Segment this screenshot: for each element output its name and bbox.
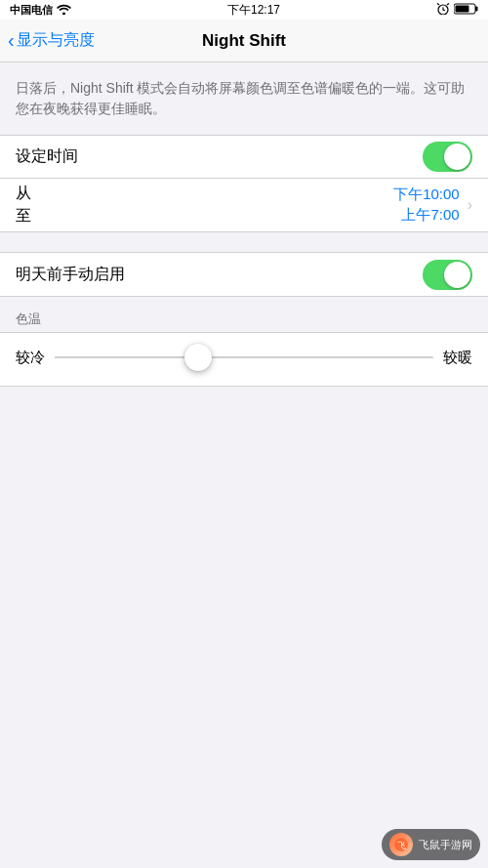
svg-rect-7 (475, 7, 478, 12)
scheduled-toggle[interactable] (423, 142, 472, 172)
wifi-icon (57, 4, 71, 17)
description-section: 日落后，Night Shift 模式会自动将屏幕颜色调至色谱偏暖色的一端。这可助… (0, 62, 488, 135)
back-chevron-icon: ‹ (8, 30, 15, 50)
slider-track (55, 356, 433, 358)
manual-group: 明天前手动启用 (0, 252, 488, 297)
svg-text:飞: 飞 (397, 841, 406, 850)
alarm-icon (436, 3, 450, 17)
color-temp-label: 色温 (16, 311, 41, 326)
watermark-logo: 飞 (389, 833, 413, 856)
time-labels: 从 至 (16, 184, 393, 227)
status-time: 下午12:17 (227, 2, 280, 19)
slider-track-filled (55, 356, 198, 358)
description-text: 日落后，Night Shift 模式会自动将屏幕颜色调至色谱偏暖色的一端。这可助… (16, 78, 472, 119)
status-left: 中国电信 (10, 3, 71, 18)
time-chevron-icon: › (468, 196, 472, 214)
manual-toggle[interactable] (423, 260, 472, 290)
slider-container[interactable] (55, 343, 433, 372)
manual-label: 明天前手动启用 (16, 265, 125, 285)
scheduled-group: 设定时间 从 至 下午10:00 上午7:00 › (0, 135, 488, 232)
time-row[interactable]: 从 至 下午10:00 上午7:00 › (0, 179, 488, 231)
watermark-text: 飞鼠手游网 (419, 838, 472, 852)
slider-left-label: 较冷 (16, 349, 45, 367)
manual-row[interactable]: 明天前手动启用 (0, 253, 488, 296)
spacer-1 (0, 232, 488, 252)
scheduled-label: 设定时间 (16, 146, 78, 167)
svg-line-5 (447, 4, 449, 6)
status-bar: 中国电信 下午12:17 (0, 0, 488, 20)
color-temp-header: 色温 (0, 297, 488, 332)
svg-point-0 (62, 12, 65, 15)
battery-icon (454, 3, 478, 17)
status-right (436, 3, 478, 17)
back-button[interactable]: ‹ 显示与亮度 (8, 30, 95, 51)
page-title: Night Shift (202, 31, 286, 51)
watermark: 飞 飞鼠手游网 (382, 829, 480, 860)
carrier-text: 中国电信 (10, 3, 53, 18)
svg-rect-8 (456, 6, 469, 13)
slider-section: 较冷 较暖 (0, 332, 488, 387)
slider-row: 较冷 较暖 (0, 333, 488, 386)
slider-right-label: 较暖 (443, 349, 472, 367)
to-label: 至 (16, 206, 393, 227)
to-value: 上午7:00 (401, 206, 459, 225)
slider-thumb[interactable] (184, 344, 212, 371)
scheduled-row[interactable]: 设定时间 (0, 136, 488, 179)
from-value: 下午10:00 (393, 186, 460, 204)
back-label: 显示与亮度 (17, 30, 95, 51)
nav-bar: ‹ 显示与亮度 Night Shift (0, 20, 488, 62)
bottom-area (0, 387, 488, 641)
svg-line-4 (437, 4, 439, 6)
time-values: 下午10:00 上午7:00 (393, 186, 460, 225)
from-label: 从 (16, 184, 393, 204)
